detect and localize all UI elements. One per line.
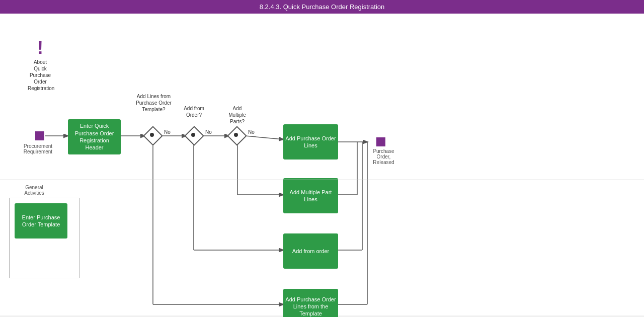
flow-lines — [0, 14, 644, 315]
general-activities-label: GeneralActivities — [14, 185, 54, 196]
add-multiple-box[interactable]: Add Multiple Part Lines — [283, 178, 338, 213]
bottom-swimlane-container: Enter Purchase Order Template — [9, 198, 79, 278]
page-title: 8.2.4.3. Quick Purchase Order Registrati… — [260, 3, 385, 11]
add-po-template-label: Add Purchase Order Lines from the Templa… — [285, 296, 336, 317]
add-multiple-label: Add Multiple Part Lines — [285, 189, 336, 203]
gateway-1-label: Add Lines from Purchase Order Template? — [135, 93, 173, 113]
po-released-end — [376, 137, 385, 146]
gw3-text: Add Multiple Parts? — [228, 106, 246, 124]
po-released-label: PurchaseOrder,Released — [367, 148, 400, 165]
gw2-text: Add from Order? — [184, 106, 204, 118]
gw1-text: Add Lines from Purchase Order Template? — [136, 94, 172, 112]
title-bar: 8.2.4.3. Quick Purchase Order Registrati… — [0, 0, 644, 14]
info-node: ! About Quick Purchase Order Registratio… — [28, 39, 53, 92]
swimlane-divider — [0, 180, 644, 180]
enter-po-template-label: Enter Purchase Order Template — [17, 214, 65, 228]
gateway-3-label: Add Multiple Parts? — [223, 105, 251, 125]
canvas: ! About Quick Purchase Order Registratio… — [0, 14, 644, 315]
gw2-no-label: No — [205, 129, 212, 135]
gateway-2-label: Add from Order? — [180, 105, 208, 118]
enter-qpor-label: Enter Quick Purchase Order Registration … — [70, 122, 119, 151]
enter-qpor-box[interactable]: Enter Quick Purchase Order Registration … — [68, 119, 121, 154]
add-po-lines-box[interactable]: Add Purchase Order Lines — [283, 124, 338, 160]
enter-po-template-box[interactable]: Enter Purchase Order Template — [15, 203, 67, 239]
gw3-no-label: No — [248, 129, 255, 135]
add-from-order-label: Add from order — [292, 248, 329, 255]
add-po-lines-label: Add Purchase Order Lines — [285, 135, 336, 149]
add-po-template-box[interactable]: Add Purchase Order Lines from the Templa… — [283, 289, 338, 317]
info-label: About Quick Purchase Order Registration — [28, 59, 53, 92]
procurement-label: ProcurementRequirement — [19, 143, 57, 154]
procurement-start — [35, 131, 44, 140]
exclamation-icon: ! — [28, 39, 53, 57]
gw1-no-label: No — [164, 129, 171, 135]
svg-line-4 — [245, 136, 283, 139]
add-from-order-box[interactable]: Add from order — [283, 233, 338, 269]
